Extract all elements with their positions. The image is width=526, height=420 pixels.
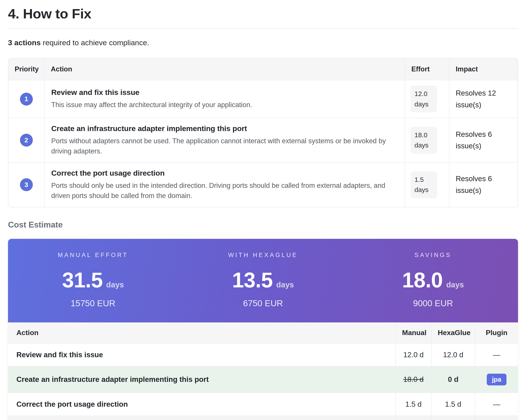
cost-total-row: TOTAL 31.5 d 13.5 d <box>8 416 518 420</box>
summary-label: MANUAL EFFORT <box>8 252 178 259</box>
impact-text: Resolves 6 issue(s) <box>449 162 517 207</box>
total-manual-days: 31.5 d <box>396 416 431 420</box>
cost-action-name: Create an infrastructure adapter impleme… <box>8 366 396 393</box>
summary-eur: 6750 EUR <box>178 299 348 308</box>
priority-badge: 2 <box>20 134 33 147</box>
summary-days-unit: days <box>276 280 294 289</box>
cost-estimate-card: MANUAL EFFORT 31.5 days 15750 EUR WITH H… <box>8 239 518 420</box>
summary-days-unit: days <box>446 280 464 289</box>
action-title: Correct the port usage direction <box>51 169 398 178</box>
plugin-badge-jpa: jpa <box>487 374 507 385</box>
summary-eur: 15750 EUR <box>8 299 178 308</box>
effort-chip: 18.0 days <box>410 127 437 154</box>
manual-days-strikethrough: 18.0 d <box>396 366 431 393</box>
cost-row-1: Review and fix this issue 12.0 d 12.0 d … <box>8 343 518 366</box>
actions-count: 3 actions <box>8 38 40 47</box>
action-row-1: 1 Review and fix this issue This issue m… <box>9 80 517 118</box>
effort-chip: 1.5 days <box>410 171 437 198</box>
effort-chip: 12.0 days <box>410 86 437 112</box>
cost-breakdown-table: Action Manual HexaGlue Plugin Review and… <box>8 322 518 420</box>
impact-text: Resolves 6 issue(s) <box>449 118 517 162</box>
report-page: 4. How to Fix 3 actions required to achi… <box>0 0 526 420</box>
actions-table-header-row: Priority Action Effort Impact <box>9 59 517 80</box>
cost-action-name: Review and fix this issue <box>8 343 396 366</box>
priority-badge: 3 <box>20 178 33 191</box>
col-header-plugin: Plugin <box>475 322 518 343</box>
page-title: 4. How to Fix <box>8 6 518 28</box>
action-title: Create an infrastructure adapter impleme… <box>51 124 398 133</box>
action-title: Review and fix this issue <box>51 88 398 97</box>
total-hexaglue-days: 13.5 d <box>431 416 475 420</box>
action-row-2: 2 Create an infrastructure adapter imple… <box>9 118 517 162</box>
summary-savings: SAVINGS 18.0 days 9000 EUR <box>348 252 518 308</box>
summary-label: SAVINGS <box>348 252 518 259</box>
col-header-impact: Impact <box>449 59 517 80</box>
action-row-3: 3 Correct the port usage direction Ports… <box>9 162 517 207</box>
col-header-action: Action <box>8 322 396 343</box>
hexaglue-days: 1.5 d <box>431 393 475 416</box>
action-description: Ports should only be used in the intende… <box>51 180 398 201</box>
col-header-manual: Manual <box>396 322 431 343</box>
manual-days: 1.5 d <box>396 393 431 416</box>
cost-estimate-heading: Cost Estimate <box>8 220 518 230</box>
summary-days-value: 31.5 <box>62 268 103 292</box>
priority-badge: 1 <box>20 93 33 106</box>
col-header-action: Action <box>44 59 405 80</box>
cost-row-3: Correct the port usage direction 1.5 d 1… <box>8 393 518 416</box>
plugin-cell: — <box>475 393 518 416</box>
col-header-hexaglue: HexaGlue <box>431 322 475 343</box>
hexaglue-days-zero: 0 d <box>431 366 475 393</box>
impact-text: Resolves 12 issue(s) <box>449 80 517 118</box>
summary-label: WITH HEXAGLUE <box>178 252 348 259</box>
actions-summary-text: 3 actions required to achieve compliance… <box>8 38 518 47</box>
action-description: This issue may affect the architectural … <box>51 100 398 110</box>
total-label: TOTAL <box>8 416 396 420</box>
actions-table: Priority Action Effort Impact 1 Review a… <box>9 59 517 207</box>
title-divider <box>8 28 518 29</box>
plugin-cell: — <box>475 343 518 366</box>
cost-summary-banner: MANUAL EFFORT 31.5 days 15750 EUR WITH H… <box>8 239 518 322</box>
hexaglue-days: 12.0 d <box>431 343 475 366</box>
actions-table-card: Priority Action Effort Impact 1 Review a… <box>8 58 518 207</box>
summary-days-value: 18.0 <box>402 268 443 292</box>
manual-days: 12.0 d <box>396 343 431 366</box>
summary-manual-effort: MANUAL EFFORT 31.5 days 15750 EUR <box>8 252 178 308</box>
plugin-cell: jpa <box>475 366 518 393</box>
cost-action-name: Correct the port usage direction <box>8 393 396 416</box>
col-header-priority: Priority <box>9 59 44 80</box>
actions-summary-rest: required to achieve compliance. <box>40 38 149 47</box>
cost-row-2: Create an infrastructure adapter impleme… <box>8 366 518 393</box>
summary-days-unit: days <box>106 280 124 289</box>
total-plugin-cell <box>475 416 518 420</box>
action-description: Ports without adapters cannot be used. T… <box>51 136 398 157</box>
cost-table-header-row: Action Manual HexaGlue Plugin <box>8 322 518 343</box>
summary-days-value: 13.5 <box>232 268 273 292</box>
summary-with-hexaglue: WITH HEXAGLUE 13.5 days 6750 EUR <box>178 252 348 308</box>
col-header-effort: Effort <box>405 59 449 80</box>
summary-eur: 9000 EUR <box>348 299 518 308</box>
